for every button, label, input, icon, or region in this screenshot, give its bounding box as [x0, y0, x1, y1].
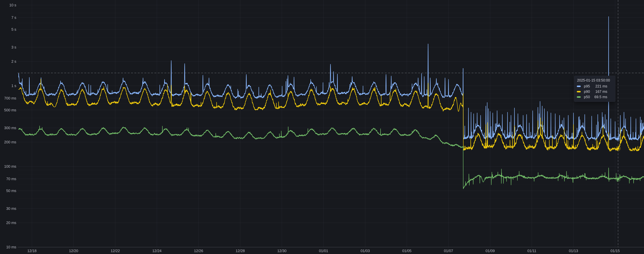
hover-tooltip: 2025-01-15 03:50:00 p95 221 ms p90 167 m…	[574, 76, 616, 102]
y-axis-label: 10 s	[0, 3, 16, 7]
x-axis-label: 12/28	[228, 249, 252, 253]
x-axis-label: 12/30	[270, 249, 294, 253]
y-axis-label: 70 ms	[0, 176, 16, 181]
series-swatch-p95-icon	[577, 86, 581, 87]
tooltip-series-value: 69.5 ms	[594, 95, 607, 99]
x-axis-label: 01/11	[520, 249, 544, 253]
y-axis-label: 7 s	[0, 15, 16, 20]
tooltip-series-label: p50	[584, 95, 590, 99]
tooltip-timestamp: 2025-01-15 03:50:00	[577, 78, 613, 82]
x-axis-label: 01/07	[437, 249, 460, 253]
y-axis-label: 500 ms	[0, 108, 16, 112]
x-axis-label: 01/09	[478, 249, 502, 253]
x-axis-label: 12/18	[20, 249, 44, 253]
y-axis-label: 200 ms	[0, 140, 16, 144]
tooltip-series-label: p95	[584, 84, 590, 88]
x-axis-label: 12/20	[62, 249, 85, 253]
y-axis-label: 700 ms	[0, 96, 16, 101]
y-axis-label: 1 s	[0, 83, 16, 88]
tooltip-row-p50: p50 69.5 ms	[577, 94, 613, 100]
timeseries-panel: 10 s7 s5 s3 s2 s1 s700 ms500 ms300 ms200…	[0, 0, 644, 254]
y-axis-label: 5 s	[0, 27, 16, 32]
tooltip-series-label: p90	[584, 90, 590, 94]
grafana-latency-panel: { "colors":{ "background":"#17191E", "gr…	[0, 0, 644, 254]
y-axis-label: 3 s	[0, 45, 16, 49]
timeseries-canvas[interactable]	[0, 0, 644, 254]
y-axis-label: 100 ms	[0, 164, 16, 169]
y-axis-label: 2 s	[0, 59, 16, 64]
x-axis-label: 01/05	[395, 249, 418, 253]
x-axis-label: 12/24	[145, 249, 168, 253]
x-axis-label: 12/22	[104, 249, 127, 253]
y-axis-label: 300 ms	[0, 126, 16, 130]
y-axis-label: 30 ms	[0, 206, 16, 211]
series-swatch-p90-icon	[577, 91, 581, 92]
x-axis-label: 01/13	[562, 249, 585, 253]
y-axis-label: 10 ms	[0, 245, 16, 249]
x-axis-label: 01/03	[354, 249, 377, 253]
x-axis-label: 01/15	[604, 249, 627, 253]
x-axis-label: 01/01	[312, 249, 335, 253]
tooltip-row-p95: p95 221 ms	[577, 84, 613, 89]
tooltip-series-value: 167 ms	[596, 90, 607, 94]
y-axis-label: 50 ms	[0, 188, 16, 193]
y-axis-label: 20 ms	[0, 220, 16, 225]
tooltip-row-p90: p90 167 ms	[577, 89, 613, 94]
x-axis-label: 12/26	[187, 249, 210, 253]
series-swatch-p50-icon	[577, 96, 581, 98]
tooltip-series-value: 221 ms	[596, 84, 607, 88]
